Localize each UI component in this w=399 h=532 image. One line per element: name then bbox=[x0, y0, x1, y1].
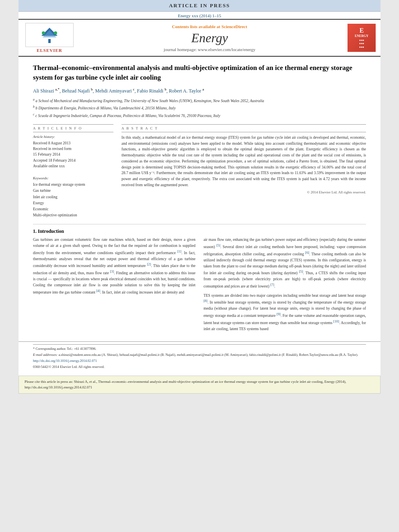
ref-1: [1] bbox=[177, 249, 181, 253]
received-date: Received 8 August 2013 bbox=[33, 140, 113, 146]
journal-header: ELSEVIER Contents lists available at Sci… bbox=[19, 19, 380, 57]
keyword-6: Multi-objective optimization bbox=[33, 212, 113, 218]
keywords-list: Ice thermal energy storage system Gas tu… bbox=[33, 182, 113, 218]
svg-point-3 bbox=[42, 31, 45, 35]
aip-banner-text: ARTICLE IN PRESS bbox=[169, 2, 230, 8]
svg-point-4 bbox=[54, 31, 57, 35]
sciencedirect-link[interactable]: ScienceDirect bbox=[221, 24, 247, 29]
citation-bar: Please cite this article in press as: Sh… bbox=[19, 376, 380, 394]
intro-para-3: TES systems are divided into two major c… bbox=[204, 293, 366, 332]
elsevier-text: ELSEVIER bbox=[37, 48, 62, 53]
ref-5: [5] bbox=[216, 243, 220, 247]
affiliation-c: c c Scuola di Ingegneria Industriale, Ca… bbox=[33, 112, 366, 119]
body-col-right: air mass flow rate, enhancing the gas tu… bbox=[204, 237, 366, 335]
ref-2: [2] bbox=[147, 262, 151, 266]
email-addresses: a.shirazi@student.unsw.edu.au (A. Shiraz… bbox=[58, 353, 358, 357]
keyword-3: Inlet air cooling bbox=[33, 194, 113, 200]
abstract-label: A B S T R A C T bbox=[121, 125, 366, 132]
elsevier-tree-icon bbox=[35, 27, 64, 43]
article-info-column: A R T I C L E I N F O Article history: R… bbox=[33, 124, 113, 218]
article-title: Thermal–economic–environmental analysis … bbox=[33, 63, 366, 82]
ref-9: [9] bbox=[277, 312, 281, 316]
body-col-left: Gas turbines are constant volumetric flo… bbox=[33, 237, 195, 335]
abstract-text: In this study, a mathematical model of a… bbox=[121, 135, 366, 188]
citation-text: Please cite this article in press as: Sh… bbox=[25, 380, 346, 389]
ref-10: [10] bbox=[333, 319, 339, 323]
energy-badge: E ENERGY ●●● ●●● ●●● bbox=[348, 24, 376, 52]
intro-para-2: air mass flow rate, enhancing the gas tu… bbox=[204, 237, 366, 289]
email-footnote: E-mail addresses: a.shirazi@student.unsw… bbox=[33, 352, 366, 357]
history-label: Article history: bbox=[33, 135, 113, 139]
intro-para-1: Gas turbines are constant volumetric flo… bbox=[33, 237, 195, 295]
keyword-1: Ice thermal energy storage system bbox=[33, 182, 113, 188]
authors-text: Ali Shirazi a,*, Behzad Najafi b, Mehdi … bbox=[33, 88, 204, 94]
ref-6: [6] bbox=[305, 251, 309, 255]
authors-line: Ali Shirazi a,*, Behzad Najafi b, Mehdi … bbox=[33, 87, 366, 94]
issn-line: 0360-5442/© 2014 Elsevier Ltd. All right… bbox=[33, 364, 366, 370]
affiliation-a: a a School of Mechanical and Manufacturi… bbox=[33, 97, 366, 104]
journal-title: Energy bbox=[80, 31, 339, 45]
affiliations: a a School of Mechanical and Manufacturi… bbox=[33, 97, 366, 119]
journal-homepage: journal homepage: www.elsevier.com/locat… bbox=[80, 47, 339, 52]
ref-5b: [5] bbox=[299, 269, 303, 273]
accepted-date: Accepted 18 February 2014 bbox=[33, 158, 113, 163]
article-content: Thermal–economic–environmental analysis … bbox=[19, 57, 380, 341]
ref-8: [8] bbox=[204, 299, 208, 303]
keywords-label: Keywords: bbox=[33, 176, 113, 180]
keyword-4: Exergy bbox=[33, 200, 113, 206]
info-abstract-section: A R T I C L E I N F O Article history: R… bbox=[33, 124, 366, 218]
revised-label: Received in revised form bbox=[33, 147, 72, 151]
ref-3: [3] bbox=[110, 269, 114, 273]
elsevier-logo: ELSEVIER bbox=[23, 23, 76, 53]
journal-cite: Energy xxx (2014) 1–15 bbox=[19, 12, 380, 19]
doi-line: http://dx.doi.org/10.1016/j.energy.2014.… bbox=[33, 358, 366, 364]
logo-left: ELSEVIER bbox=[23, 23, 76, 53]
ref-7: [7] bbox=[270, 283, 274, 287]
ref-4: [4] bbox=[96, 289, 100, 293]
abstract-column: A B S T R A C T In this study, a mathema… bbox=[121, 124, 366, 218]
keyword-2: Gas turbine bbox=[33, 188, 113, 194]
body-two-col: Gas turbines are constant volumetric flo… bbox=[33, 237, 366, 335]
content-divider bbox=[33, 224, 366, 224]
abstract-copyright: © 2014 Elsevier Ltd. All rights reserved… bbox=[121, 190, 366, 194]
journal-center: Contents lists available at ScienceDirec… bbox=[80, 24, 339, 52]
science-direct-line: Contents lists available at ScienceDirec… bbox=[80, 24, 339, 29]
available-online: Available online xxx bbox=[33, 163, 113, 169]
aip-banner: ARTICLE IN PRESS bbox=[19, 0, 380, 12]
keyword-5: Economic bbox=[33, 206, 113, 212]
revised-date: 15 February 2014 bbox=[33, 152, 60, 156]
doi-link[interactable]: http://dx.doi.org/10.1016/j.energy.2014.… bbox=[33, 359, 97, 363]
journal-cite-text: Energy xxx (2014) 1–15 bbox=[178, 13, 221, 18]
footnotes-area: * Corresponding author. Tel.: +61 413077… bbox=[19, 341, 380, 372]
intro-heading: 1. Introduction bbox=[33, 228, 366, 234]
email-label: E-mail addresses: bbox=[33, 353, 58, 357]
revised-dates: Received in revised form 15 February 201… bbox=[33, 146, 113, 158]
contents-text: Contents lists available at bbox=[172, 24, 220, 29]
article-info-label: A R T I C L E I N F O bbox=[33, 125, 113, 132]
corresponding-text: * Corresponding author. Tel.: +61 413077… bbox=[33, 347, 97, 351]
corresponding-footnote: * Corresponding author. Tel.: +61 413077… bbox=[33, 346, 366, 351]
logo-right: E ENERGY ●●● ●●● ●●● bbox=[343, 24, 376, 52]
svg-rect-0 bbox=[48, 39, 51, 43]
affiliation-b: b b Dipartimento di Energia, Politecnico… bbox=[33, 105, 366, 111]
